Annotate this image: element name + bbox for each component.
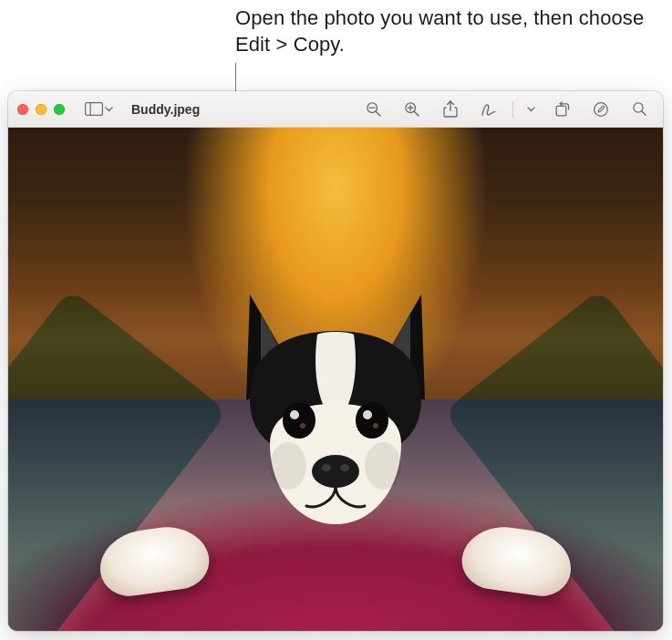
svg-point-19	[312, 455, 359, 488]
toolbar-right	[359, 98, 654, 121]
minimize-button[interactable]	[36, 104, 47, 115]
svg-point-10	[594, 102, 608, 116]
share-icon	[443, 100, 458, 119]
zoom-out-icon	[366, 101, 382, 118]
svg-line-6	[414, 111, 419, 116]
chevron-down-icon	[105, 107, 113, 112]
markup-menu-button[interactable]	[522, 98, 539, 121]
fullscreen-button[interactable]	[54, 104, 65, 115]
rotate-button[interactable]	[548, 98, 577, 121]
close-button[interactable]	[17, 104, 28, 115]
window-controls	[17, 104, 68, 115]
svg-line-12	[642, 111, 646, 115]
svg-line-3	[376, 111, 380, 116]
preview-window: Buddy.jpeg	[8, 91, 663, 631]
svg-point-18	[373, 423, 378, 428]
sidebar-toggle-button[interactable]	[79, 98, 119, 121]
zoom-in-button[interactable]	[398, 98, 427, 121]
chevron-down-icon	[527, 107, 535, 112]
svg-point-16	[363, 410, 372, 419]
svg-point-15	[290, 410, 299, 419]
markup-icon	[480, 101, 498, 118]
document-title: Buddy.jpeg	[126, 102, 205, 117]
callout-text: Open the photo you want to use, then cho…	[235, 5, 655, 57]
share-button[interactable]	[436, 98, 465, 121]
svg-rect-9	[556, 106, 566, 116]
edit-circle-icon	[593, 101, 609, 118]
svg-rect-0	[86, 103, 103, 116]
markup-button[interactable]	[474, 98, 503, 121]
svg-point-17	[300, 423, 305, 428]
toolbar-separator	[512, 101, 513, 118]
svg-point-23	[365, 442, 401, 490]
svg-point-14	[356, 402, 388, 439]
search-button[interactable]	[625, 98, 654, 121]
zoom-out-button[interactable]	[359, 98, 388, 121]
image-subject	[162, 243, 509, 590]
svg-point-20	[322, 464, 331, 471]
svg-point-21	[340, 464, 349, 471]
sidebar-icon	[85, 102, 103, 116]
image-viewport[interactable]	[8, 128, 663, 631]
zoom-in-icon	[404, 101, 420, 118]
svg-point-13	[283, 402, 315, 439]
svg-point-22	[270, 442, 306, 490]
rotate-left-icon	[554, 101, 571, 118]
search-icon	[632, 101, 647, 117]
titlebar: Buddy.jpeg	[8, 91, 663, 128]
edit-button[interactable]	[586, 98, 615, 121]
